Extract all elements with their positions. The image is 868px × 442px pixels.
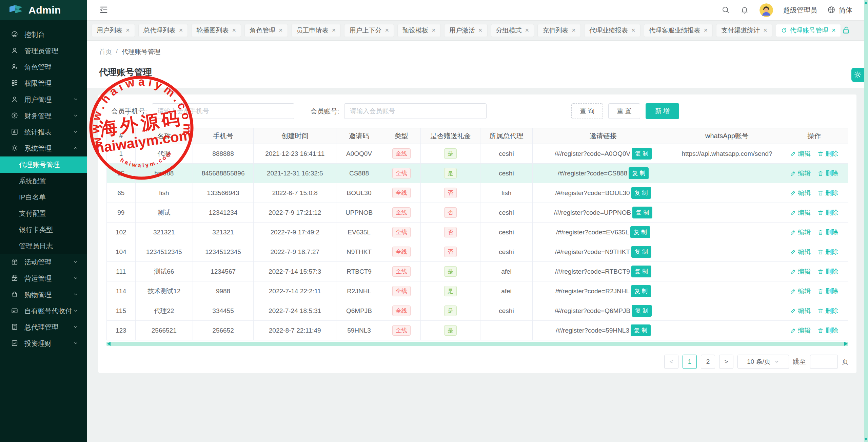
tab-2[interactable]: 轮播图列表 × [191, 24, 241, 37]
close-icon[interactable]: × [832, 26, 836, 34]
sidebar-subitem-9[interactable]: 系统配置 [0, 173, 87, 189]
lock-icon[interactable] [842, 26, 851, 35]
reset-button[interactable]: 重 置 [608, 103, 640, 119]
sidebar-subitem-13[interactable]: 管理员日志 [0, 238, 87, 254]
edit-link[interactable]: 编辑 [790, 307, 811, 315]
copy-button[interactable]: 复 制 [631, 187, 651, 199]
scroll-right-icon[interactable] [844, 342, 848, 346]
edit-link[interactable]: 编辑 [790, 189, 811, 197]
close-icon[interactable]: × [572, 26, 576, 34]
edit-link[interactable]: 编辑 [790, 149, 811, 158]
prev-page-button[interactable]: < [664, 355, 678, 369]
scroll-left-icon[interactable] [107, 342, 111, 346]
notification-bell-icon[interactable] [741, 6, 749, 15]
breadcrumb-home[interactable]: 首页 [99, 47, 112, 56]
copy-button[interactable]: 复 制 [632, 148, 652, 160]
tab-7[interactable]: 用户激活 × [444, 24, 488, 37]
delete-link[interactable]: 删除 [817, 248, 838, 256]
sidebar-subitem-10[interactable]: IP白名单 [0, 189, 87, 205]
next-page-button[interactable]: > [719, 355, 733, 369]
brand-logo[interactable]: Admin [0, 0, 87, 20]
edit-link[interactable]: 编辑 [790, 248, 811, 256]
scroll-up-icon[interactable] [865, 1, 867, 4]
phone-filter-input[interactable] [152, 103, 294, 119]
delete-link[interactable]: 删除 [817, 228, 838, 237]
tab-10[interactable]: 代理业绩报表 × [584, 24, 640, 37]
collapse-menu-icon[interactable] [99, 5, 109, 15]
sidebar-item-1[interactable]: 管理员管理 [0, 43, 87, 59]
refresh-icon[interactable] [781, 27, 787, 34]
delete-link[interactable]: 删除 [817, 307, 838, 315]
table-row-1[interactable]: 25 hai888 845688855896 2021-12-31 16:32:… [107, 164, 848, 183]
table-row-0[interactable]: 1 代理 888888 2021-12-23 16:41:11 A0OQ0V 全… [107, 144, 848, 164]
sidebar-item-4[interactable]: 用户管理 [0, 91, 87, 108]
copy-button[interactable]: 复 制 [631, 266, 651, 277]
copy-button[interactable]: 复 制 [631, 246, 651, 258]
tab-4[interactable]: 员工申请表 × [291, 24, 341, 37]
search-button[interactable]: 查 询 [571, 103, 603, 119]
close-icon[interactable]: × [332, 26, 336, 34]
username-label[interactable]: 超级管理员 [783, 6, 817, 15]
tab-1[interactable]: 总代理列表 × [138, 24, 188, 37]
delete-link[interactable]: 删除 [817, 208, 838, 217]
sidebar-item-16[interactable]: 购物管理 [0, 287, 87, 303]
close-icon[interactable]: × [126, 26, 130, 34]
edit-link[interactable]: 编辑 [790, 228, 811, 237]
delete-link[interactable]: 删除 [817, 267, 838, 276]
copy-button[interactable]: 复 制 [632, 207, 652, 218]
page-button-1[interactable]: 1 [683, 355, 697, 369]
table-row-5[interactable]: 104 1234512345 1234512345 2022-7-9 18:7:… [107, 242, 848, 262]
delete-link[interactable]: 删除 [817, 326, 838, 335]
add-button[interactable]: 新 增 [646, 103, 679, 119]
copy-button[interactable]: 复 制 [632, 305, 652, 317]
horizontal-scrollbar[interactable] [106, 342, 848, 346]
sidebar-subitem-12[interactable]: 银行卡类型 [0, 222, 87, 238]
tab-3[interactable]: 角色管理 × [244, 24, 288, 37]
sidebar-item-15[interactable]: 营运管理 [0, 270, 87, 287]
sidebar-item-3[interactable]: 权限管理 [0, 75, 87, 91]
copy-button[interactable]: 复 制 [630, 226, 650, 238]
sidebar-item-14[interactable]: 活动管理 [0, 254, 87, 270]
sidebar-item-5[interactable]: 财务管理 [0, 108, 87, 124]
delete-link[interactable]: 删除 [817, 169, 838, 178]
table-row-3[interactable]: 99 测试 12341234 2022-7-9 17:21:12 UPPNOB … [107, 203, 848, 223]
table-row-4[interactable]: 102 321321 321321 2022-7-9 17:49:2 EV635… [107, 223, 848, 242]
sidebar-subitem-11[interactable]: 支付配置 [0, 205, 87, 222]
sidebar-subitem-8[interactable]: 代理账号管理 [0, 156, 87, 173]
delete-link[interactable]: 删除 [817, 189, 838, 197]
tab-11[interactable]: 代理客服业绩报表 × [644, 24, 713, 37]
sidebar-item-2[interactable]: 角色管理 [0, 59, 87, 75]
sidebar-item-7[interactable]: 系统管理 [0, 140, 87, 156]
tab-8[interactable]: 分组模式 × [491, 24, 534, 37]
close-icon[interactable]: × [763, 26, 767, 34]
tab-13[interactable]: 代理账号管理 × [776, 24, 841, 37]
table-row-8[interactable]: 115 代理22 334455 2022-7-24 18:5:31 Q6MPJB… [107, 301, 848, 321]
close-icon[interactable]: × [432, 26, 436, 34]
sidebar-item-19[interactable]: 投资理财 [0, 335, 87, 352]
search-icon[interactable] [722, 6, 730, 15]
edit-link[interactable]: 编辑 [790, 208, 811, 217]
close-icon[interactable]: × [385, 26, 389, 34]
language-switcher[interactable]: 简体 [827, 6, 852, 15]
copy-button[interactable]: 复 制 [631, 285, 651, 297]
vertical-scrollbar[interactable] [864, 0, 868, 442]
tab-5[interactable]: 用户上下分 × [344, 24, 394, 37]
close-icon[interactable]: × [631, 26, 635, 34]
tab-9[interactable]: 充值列表 × [537, 24, 581, 37]
close-icon[interactable]: × [179, 26, 183, 34]
tab-0[interactable]: 用户列表 × [92, 24, 135, 37]
page-button-2[interactable]: 2 [701, 355, 715, 369]
close-icon[interactable]: × [279, 26, 283, 34]
edit-link[interactable]: 编辑 [790, 267, 811, 276]
delete-link[interactable]: 删除 [817, 287, 838, 296]
sidebar-item-0[interactable]: 控制台 [0, 26, 87, 43]
page-size-select[interactable]: 10 条/页 [737, 355, 789, 369]
table-row-7[interactable]: 114 技术测试12 9988 2022-7-14 22:2:11 R2JNHL… [107, 281, 848, 301]
close-icon[interactable]: × [232, 26, 236, 34]
user-avatar[interactable] [760, 3, 773, 17]
tab-12[interactable]: 支付渠道统计 × [716, 24, 772, 37]
jump-page-input[interactable] [810, 355, 838, 369]
close-icon[interactable]: × [525, 26, 529, 34]
delete-link[interactable]: 删除 [817, 149, 838, 158]
copy-button[interactable]: 复 制 [631, 324, 651, 336]
